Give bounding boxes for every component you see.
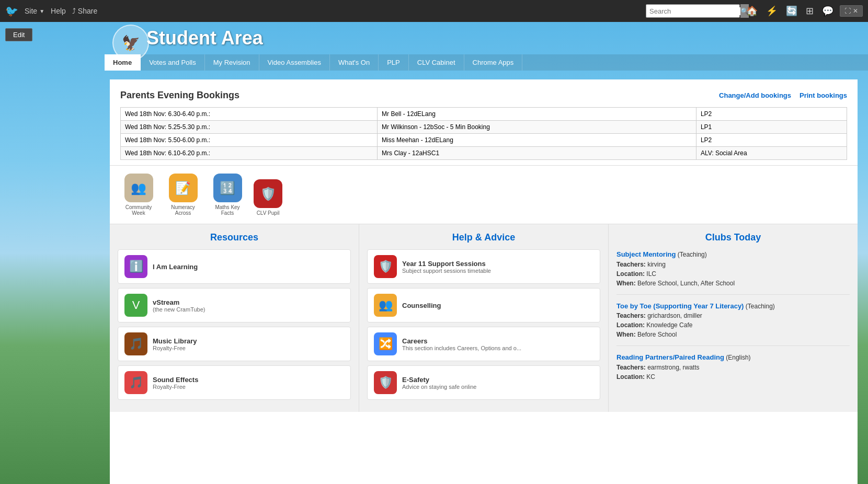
- nav-item-votes[interactable]: Votes and Polls: [141, 54, 205, 71]
- nav-item-plp[interactable]: PLP: [379, 54, 409, 71]
- home-icon[interactable]: 🏠: [744, 5, 760, 17]
- grid-icon[interactable]: ⊞: [804, 5, 816, 17]
- club-teachers: earmstrong, rwatts: [647, 364, 699, 371]
- app-icons-row: 👥Community Week📝Numeracy Across🔢Maths Ke…: [110, 166, 858, 224]
- site-menu[interactable]: Site ▼: [25, 7, 44, 15]
- puzzle-icon[interactable]: ⚡: [764, 5, 780, 17]
- resource-sub: Royalty-Free: [153, 384, 344, 390]
- help-item[interactable]: 🛡️Year 11 Support SessionsSubject suppor…: [367, 249, 600, 284]
- help-item[interactable]: 🛡️E-SafetyAdvice on staying safe online: [367, 365, 600, 400]
- club-text: Toe by Toe (Supporting Year 7 Literacy) …: [616, 301, 850, 340]
- resource-icon: 🎵: [124, 332, 147, 355]
- resource-text: Sound EffectsRoyalty-Free: [153, 376, 344, 390]
- nav-bar: Home Votes and Polls My Revision Video A…: [105, 54, 868, 71]
- club-type: (Teaching): [746, 303, 775, 310]
- club-text: Reading Partners/Paired Reading (English…: [616, 352, 850, 382]
- change-bookings-link[interactable]: Change/Add bookings: [719, 91, 791, 99]
- parents-evening-section: Parents Evening Bookings Change/Add book…: [110, 79, 858, 166]
- edit-button[interactable]: Edit: [5, 28, 32, 41]
- club-location: KC: [646, 373, 655, 381]
- club-type: (English): [726, 354, 750, 361]
- nav-item-revision[interactable]: My Revision: [205, 54, 259, 71]
- help-sub: Subject support sessions timetable: [402, 268, 593, 274]
- site-icon: 🐦: [5, 5, 18, 17]
- search-input[interactable]: [646, 7, 740, 15]
- bookings-table: Wed 18th Nov: 6.30-6.40 p.m.:Mr Bell - 1…: [120, 107, 847, 160]
- club-location: ILC: [646, 270, 656, 278]
- club-when-label: When:: [616, 280, 636, 287]
- app-icon-image: 🔢: [213, 174, 242, 202]
- club-type: (Teaching): [678, 251, 707, 258]
- resource-item[interactable]: VvStream(the new CramTube): [118, 288, 351, 322]
- expand-icon: ⛶: [844, 7, 851, 15]
- club-teachers: kirving: [647, 261, 666, 268]
- app-icon-label: Numeracy Across: [165, 204, 201, 216]
- resource-item[interactable]: 🎵Music LibraryRoyalty-Free: [118, 327, 351, 361]
- help-button[interactable]: Help: [51, 7, 66, 15]
- booking-teacher: Mr Bell - 12dELang: [378, 108, 696, 121]
- club-title: Toe by Toe (Supporting Year 7 Literacy): [616, 302, 744, 310]
- print-bookings-link[interactable]: Print bookings: [800, 91, 847, 99]
- resource-name: Music Library: [153, 337, 344, 345]
- help-item[interactable]: 👥Counselling: [367, 288, 600, 322]
- close-icon: ✕: [853, 7, 858, 15]
- booking-time: Wed 18th Nov: 5.25-5.30 p.m.:: [121, 121, 378, 134]
- page-title: Student Area: [105, 27, 868, 49]
- expand-button[interactable]: ⛶ ✕: [840, 5, 863, 17]
- club-teachers-label: Teachers:: [616, 261, 646, 268]
- nav-item-chrome[interactable]: Chrome Apps: [464, 54, 523, 71]
- app-icon-item[interactable]: 🔢Maths Key Facts: [209, 174, 246, 216]
- app-icon-image: 👥: [124, 174, 153, 202]
- table-row: Wed 18th Nov: 6.30-6.40 p.m.:Mr Bell - 1…: [121, 108, 847, 121]
- refresh-icon[interactable]: 🔄: [784, 5, 800, 17]
- club-item: Reading Partners/Paired Reading (English…: [616, 352, 850, 388]
- club-when: Before School, Lunch, After School: [637, 280, 735, 287]
- resource-item[interactable]: ℹ️I Am Learning: [118, 249, 351, 284]
- share-button[interactable]: ⤴ Share: [72, 7, 97, 15]
- app-icon-image: 📝: [169, 174, 198, 202]
- resource-sub: Royalty-Free: [153, 345, 344, 351]
- app-icon-label: Community Week: [120, 204, 157, 216]
- club-location-label: Location:: [616, 270, 645, 278]
- club-text: Subject Mentoring (Teaching) Teachers: k…: [616, 249, 850, 288]
- resource-item[interactable]: 🎵Sound EffectsRoyalty-Free: [118, 365, 351, 400]
- parents-evening-title: Parents Evening Bookings: [120, 90, 239, 101]
- booking-teacher: Miss Meehan - 12dELang: [378, 134, 696, 147]
- app-icon-item[interactable]: 🛡️CLV Pupil: [254, 179, 282, 216]
- nav-item-whatson[interactable]: What's On: [330, 54, 379, 71]
- resource-icon: ℹ️: [124, 255, 147, 278]
- help-name: E-Safety: [402, 376, 593, 384]
- club-location: Knowledge Cafe: [646, 321, 692, 329]
- help-item[interactable]: 🔀CareersThis section includes Careers, O…: [367, 327, 600, 361]
- topbar: 🐦 Site ▼ Help ⤴ Share 🔍 🏠 ⚡ 🔄 ⊞ 💬 ⛶ ✕: [0, 0, 868, 22]
- booking-room: LP1: [696, 121, 847, 134]
- help-icon: 🛡️: [374, 255, 397, 278]
- resource-text: I Am Learning: [153, 263, 344, 271]
- app-icon-item[interactable]: 📝Numeracy Across: [165, 174, 201, 216]
- club-title: Subject Mentoring: [616, 250, 676, 258]
- chat-icon[interactable]: 💬: [820, 5, 836, 17]
- site-header: Student Area Home Votes and Polls My Rev…: [105, 22, 868, 71]
- booking-room: ALV: Social Area: [696, 147, 847, 160]
- content-area: Parents Evening Bookings Change/Add book…: [110, 79, 858, 484]
- app-icon-item[interactable]: 👥Community Week: [120, 174, 157, 216]
- help-name: Counselling: [402, 302, 593, 309]
- topbar-left: 🐦 Site ▼ Help ⤴ Share: [5, 5, 97, 17]
- booking-teacher: Mrs Clay - 12aHSC1: [378, 147, 696, 160]
- clubs-heading: Clubs Today: [616, 232, 850, 243]
- club-location-label: Location:: [616, 321, 645, 329]
- help-icon: 🔀: [374, 332, 397, 355]
- club-item: Toe by Toe (Supporting Year 7 Literacy) …: [616, 301, 850, 347]
- table-row: Wed 18th Nov: 6.10-6.20 p.m.:Mrs Clay - …: [121, 147, 847, 160]
- resource-icon: V: [124, 294, 147, 317]
- club-when: Before School: [637, 331, 677, 338]
- search-box: 🔍: [646, 4, 740, 18]
- nav-item-clv[interactable]: CLV Cabinet: [409, 54, 464, 71]
- help-heading: Help & Advice: [367, 232, 600, 243]
- booking-time: Wed 18th Nov: 6.30-6.40 p.m.:: [121, 108, 378, 121]
- three-col-section: Resources ℹ️I Am LearningVvStream(the ne…: [110, 224, 858, 412]
- club-item: Subject Mentoring (Teaching) Teachers: k…: [616, 249, 850, 295]
- booking-room: LP2: [696, 108, 847, 121]
- help-sub: This section includes Careers, Options a…: [402, 345, 593, 351]
- nav-item-video[interactable]: Video Assemblies: [259, 54, 330, 71]
